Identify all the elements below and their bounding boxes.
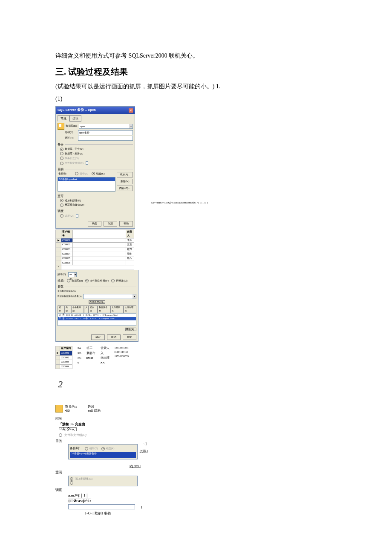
column-f: 13533335333 I34444444M 19555S55555	[115, 346, 129, 358]
tab-general[interactable]: 常规	[58, 115, 69, 122]
database-dropdown[interactable]: cpxs▾	[79, 124, 133, 129]
radio-icon[interactable]	[85, 279, 89, 282]
screenshot-1-block: SQL Server 备份 -- cpxs × 常规 选项 数据库(B): cp…	[55, 106, 337, 342]
right-btn-2[interactable]: 内 3tα·I	[130, 464, 141, 468]
intro-text: 详细含义和使用方式可参考 SQLServer2000 联机关心。	[55, 51, 337, 61]
radio-append2[interactable]: 追 加到媒体(E);	[75, 477, 93, 480]
radio-icon[interactable]	[111, 279, 115, 282]
row-selector[interactable]: ▶	[56, 351, 60, 355]
radio-log: 事务日志(O)	[65, 157, 79, 160]
customer-id-header: 客户编号	[60, 346, 72, 351]
dialog-titlebar: SQL Server 备份 -- cpxs ×	[56, 107, 135, 114]
side-string: S3444MU44159Q(4S558513666666668)8T7TT7T7…	[151, 201, 208, 205]
name-input[interactable]: cpxs备份	[78, 130, 133, 135]
radio-icon	[59, 433, 62, 437]
close-icon[interactable]: ×	[129, 108, 133, 113]
table-cell[interactable]: C00002	[60, 355, 72, 360]
ok-button[interactable]: 确定	[88, 221, 101, 227]
chevron-down-icon: ▾	[129, 124, 133, 128]
radio-tape2: 磁带(T)	[89, 447, 98, 450]
ok-button[interactable]: 确定	[91, 334, 105, 340]
table-cell[interactable]: C00006	[61, 261, 73, 265]
radio-icon[interactable]	[92, 172, 95, 175]
radio-icon[interactable]	[70, 477, 73, 481]
section-header: 三. 试验过程及结果	[55, 65, 337, 78]
backup-table[interactable]: ☑🗄2011-11 14:23:581D:\备..CPXS.C:\Program…	[58, 313, 136, 326]
subset-dropdown[interactable]: ▾	[83, 294, 136, 299]
properties-button[interactable]: 属性(P)...	[125, 328, 136, 331]
table-cell[interactable]: C00001	[60, 351, 72, 355]
checkbox-icon[interactable]	[60, 214, 63, 218]
cancel-button[interactable]: 取消	[104, 221, 117, 227]
table-cell: 王五	[126, 243, 134, 247]
dest-list2[interactable]: D:\备份\cpxs(\差异备份	[70, 452, 136, 458]
table-cell: 李四	[126, 238, 134, 243]
content-button[interactable]: 内容(C)...	[117, 186, 133, 191]
dest-path2[interactable]: D:\备份\cpxs(\差异备份	[70, 452, 136, 456]
table-cell: 郑八	[126, 256, 134, 261]
radio-icon[interactable]	[60, 203, 63, 207]
radio-icon	[60, 162, 63, 165]
frequency-value: 一周	[69, 273, 73, 277]
radio-restore-device[interactable]: 从设备(M)	[116, 279, 127, 282]
dest-pane2: 备份到: 磁带(T) 磁盘(K) D:\备份\cpxs(\差异备份 ㈣料 I	[68, 444, 138, 459]
cancel-button[interactable]: 取消	[107, 334, 121, 340]
customer-id-header: 客户编号	[61, 230, 73, 238]
radio-icon[interactable]	[70, 481, 73, 485]
checkbox-schedule[interactable]: 调度(U):	[65, 215, 74, 217]
table-cell[interactable]: C00005	[61, 256, 73, 261]
select-criteria-button[interactable]: 选择条件(C)...	[89, 300, 105, 304]
table-cell[interactable]: C00001	[61, 238, 73, 243]
customer-table-2: 客户编号 ▶C00001 C00002 C00003 C00004 PA PB …	[55, 346, 234, 369]
table-row[interactable]: ☑🗄2011-11 14:23:581D:\备..CPXS.C:\Program…	[58, 314, 136, 317]
table-cell[interactable]: C00004	[60, 364, 72, 369]
row-selector[interactable]	[56, 230, 61, 238]
radio-full[interactable]: 数据库 - 完全(D)	[65, 148, 84, 150]
dest-list[interactable]: D:\备份\cpxsbak	[58, 177, 115, 192]
tab-options[interactable]: 选项	[69, 115, 81, 122]
right-btn-1[interactable]: ㈣料 I	[140, 449, 148, 454]
radio-overwrite[interactable]: 重写现有媒体(W)	[65, 203, 84, 206]
table-row[interactable]: ☑🗄2011-11 14:631D:\备..CPXSC:\Program Fil…	[58, 317, 136, 320]
table-cell[interactable]: C00002	[61, 243, 73, 247]
label-dest2: 目的	[55, 439, 141, 444]
radio-diff[interactable]: 数据库 - 差异(S)	[65, 152, 83, 155]
radio-restore-db[interactable]: 数据库(D)	[72, 279, 83, 282]
table-cell[interactable]: C00003	[61, 247, 73, 252]
row-selector[interactable]: ▶	[56, 238, 61, 243]
radio-restore-filegroup[interactable]: 文件和文件组(F)	[90, 279, 108, 282]
table-cell[interactable]: C00004	[61, 252, 73, 256]
dialog2-left-header: 电 S 的« •80	[65, 405, 77, 413]
sql-backup-dialog: SQL Server 备份 -- cpxs × 常规 选项 数据库(B): cp…	[55, 106, 135, 228]
checkbox-first-backup[interactable]: 还原备份集中的子集(S)	[60, 295, 81, 297]
radio-icon[interactable]	[60, 199, 63, 202]
section-overwrite2: 重写	[55, 470, 141, 476]
step-number-2: 2	[58, 377, 337, 392]
desc-input[interactable]	[78, 136, 133, 141]
section-backup: 备份	[58, 142, 63, 147]
schedule-box[interactable]	[68, 504, 135, 509]
delete-button[interactable]: 删除(M)	[117, 179, 133, 184]
chevron-down-icon: ▾	[74, 273, 76, 277]
section-restore: 还原:	[58, 279, 64, 283]
db-icon	[55, 405, 63, 413]
label-show-backup: 显示数据库备份(W):	[58, 290, 136, 293]
add-row[interactable]: *	[56, 265, 61, 270]
radio-icon[interactable]	[67, 279, 70, 282]
radio-icon[interactable]	[60, 152, 63, 155]
radio-append[interactable]: 追加到媒体(E)	[65, 199, 81, 202]
label-desc: 描述(R):	[65, 136, 77, 140]
radio-icon	[75, 172, 78, 175]
radio-disk2[interactable]: 磁盘(K)	[106, 447, 115, 450]
frequency-dropdown[interactable]: 一周▾	[68, 272, 77, 277]
help-button[interactable]: 帮助	[123, 334, 136, 340]
label-backup-to2: 备份到:	[70, 447, 80, 450]
help-button[interactable]: 帮助	[119, 221, 133, 227]
label-backup-to: 备份到:	[58, 172, 67, 175]
table-cell[interactable]: C00003	[60, 360, 72, 365]
radio-icon[interactable]	[60, 148, 63, 151]
radio-icon[interactable]	[101, 447, 105, 450]
dest-path[interactable]: D:\备份\cpxsbak	[58, 177, 115, 181]
radio-disk[interactable]: 磁盘(K)	[96, 172, 105, 175]
add-button[interactable]: 添加(A)...	[117, 172, 133, 177]
